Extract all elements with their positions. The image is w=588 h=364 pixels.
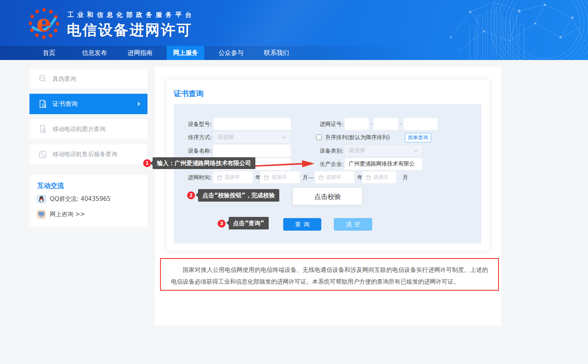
step-2-tooltip: 点击“校验按钮”，完成校验 (198, 189, 279, 202)
qq-group-label: QQ群交流: 40435965 (50, 195, 111, 203)
site-title: 电信设备进网许可 (67, 20, 192, 40)
time-range-separator: — (308, 171, 314, 184)
calendar-icon (366, 175, 371, 180)
captcha-verify-button[interactable]: 点击校验 (293, 187, 362, 205)
ascending-checkbox[interactable] (316, 135, 322, 140)
device-name-label: 设备名称: (174, 144, 212, 157)
chevron-down-icon (413, 149, 418, 152)
notice-box: 国家对接入公用电信网使用的电信终端设备、无线电通信设备和涉及网间互联的电信设备实… (160, 258, 499, 291)
site-header: e 工业和信息化部政务服务平台 电信设备进网许可 首页 信息发布 进网指南 网上… (0, 0, 588, 60)
device-model-input[interactable] (213, 118, 291, 130)
end-month-placeholder: 选择月 (373, 174, 389, 181)
nav-item-guide[interactable]: 进网指南 (121, 46, 159, 60)
certificate-search-icon (38, 99, 47, 109)
manufacturer-input[interactable] (344, 158, 422, 170)
step-1-tooltip: 输入：广州爱浦路网络技术有限公司 (153, 157, 255, 169)
license-no-separator: - (370, 118, 373, 130)
miit-logo-icon: e (29, 7, 59, 40)
start-year-picker[interactable]: 选择年 (213, 171, 253, 184)
chevron-down-icon (282, 136, 287, 139)
calendar-icon (264, 175, 269, 180)
device-model-label: 设备型号: (174, 118, 212, 130)
ascending-label: 升序排列(默认为降序排列) (325, 131, 390, 144)
page: e 工业和信息化部政务服务平台 电信设备进网许可 首页 信息发布 进网指南 网上… (0, 0, 588, 364)
license-no-input-2[interactable] (373, 118, 399, 130)
month-unit: 月 (402, 171, 408, 184)
nav-item-contact[interactable]: 联系我们 (258, 46, 295, 60)
nav-item-news[interactable]: 信息发布 (76, 46, 113, 60)
sidebar-item-label: 证书查询 (53, 100, 78, 108)
monitor-icon (37, 210, 46, 218)
license-no-input-3[interactable] (403, 118, 438, 130)
sort-mode-placeholder: 请选择 (217, 134, 282, 141)
clear-button[interactable]: 清空 (334, 218, 372, 231)
sidebar-item-label: 移动电话机图片查询 (53, 126, 106, 133)
end-year-picker[interactable]: 选择年 (315, 171, 355, 184)
device-name-input[interactable] (213, 144, 291, 157)
true-search-icon: True (38, 74, 47, 84)
phone-image-search-icon (38, 124, 47, 134)
end-month-picker[interactable]: 选择月 (362, 171, 397, 184)
qq-icon (37, 195, 46, 203)
platform-title: 工业和信息化部政务服务平台 (67, 11, 195, 19)
interaction-title: 互动交流 (37, 181, 64, 190)
calendar-icon (217, 175, 222, 180)
device-type-select[interactable]: 请选择 (344, 144, 422, 157)
sort-mode-label: 排序方式: (174, 131, 212, 144)
svg-text:e: e (36, 9, 51, 37)
device-type-label: 设备类别: (304, 144, 344, 157)
query-button[interactable]: 查询 (283, 218, 321, 231)
red-arrow-icon (255, 159, 316, 169)
nav-item-online-service[interactable]: 网上服务 (167, 46, 204, 60)
sidebar-item-phone-image-query[interactable]: 移动电话机图片查询 (29, 119, 147, 139)
network-time-label: 进网时间: (174, 171, 212, 184)
nav-item-home[interactable]: 首页 (30, 46, 68, 60)
online-consult-label: 网上咨询 >> (50, 211, 85, 218)
step-1-badge: 1 (143, 159, 151, 167)
main-nav: 首页 信息发布 进网指南 网上服务 公众参与 联系我们 (0, 46, 588, 60)
phone-service-icon (38, 150, 47, 159)
interaction-card: 互动交流 QQ群交流: 40435965 网上咨询 >> (29, 175, 147, 227)
step-3-tooltip: 点击“查询” (229, 217, 269, 229)
sidebar-item-label: 真伪查询 (53, 75, 76, 83)
license-no-label: 进网证号: (304, 118, 344, 130)
step-2-badge: 2 (187, 191, 195, 199)
chevron-right-icon: › (137, 98, 140, 108)
month-unit: 月 (302, 171, 308, 184)
end-year-placeholder: 选择年 (326, 174, 341, 181)
panel-title: 证书查询 (174, 89, 204, 99)
svg-text:True: True (40, 77, 45, 79)
online-consult-link[interactable]: 网上咨询 >> (37, 210, 85, 218)
sidebar-item-authenticity-query[interactable]: True 真伪查询 (29, 69, 147, 89)
sidebar-item-phone-aftersales-query[interactable]: 移动电话机售后服务查询 (29, 144, 147, 164)
step-3-badge: 3 (218, 220, 226, 228)
sidebar-item-certificate-query[interactable]: 证书查询 › (29, 94, 147, 114)
device-type-placeholder: 请选择 (349, 147, 413, 154)
start-month-placeholder: 选择月 (271, 174, 287, 181)
simple-query-button[interactable]: 简单查询 (405, 133, 431, 142)
qq-group-link[interactable]: QQ群交流: 40435965 (37, 195, 111, 203)
start-month-picker[interactable]: 选择月 (260, 171, 300, 184)
calendar-icon (319, 175, 324, 180)
license-no-separator: - (399, 118, 403, 130)
start-year-placeholder: 选择年 (224, 174, 240, 181)
nav-item-public[interactable]: 公众参与 (212, 46, 250, 60)
sort-mode-select[interactable]: 请选择 (213, 131, 291, 144)
notice-text: 国家对接入公用电信网使用的电信终端设备、无线电通信设备和涉及网间互联的电信设备实… (171, 264, 488, 288)
sidebar-item-label: 移动电话机售后服务查询 (53, 151, 117, 158)
license-no-input-1[interactable] (344, 118, 369, 130)
